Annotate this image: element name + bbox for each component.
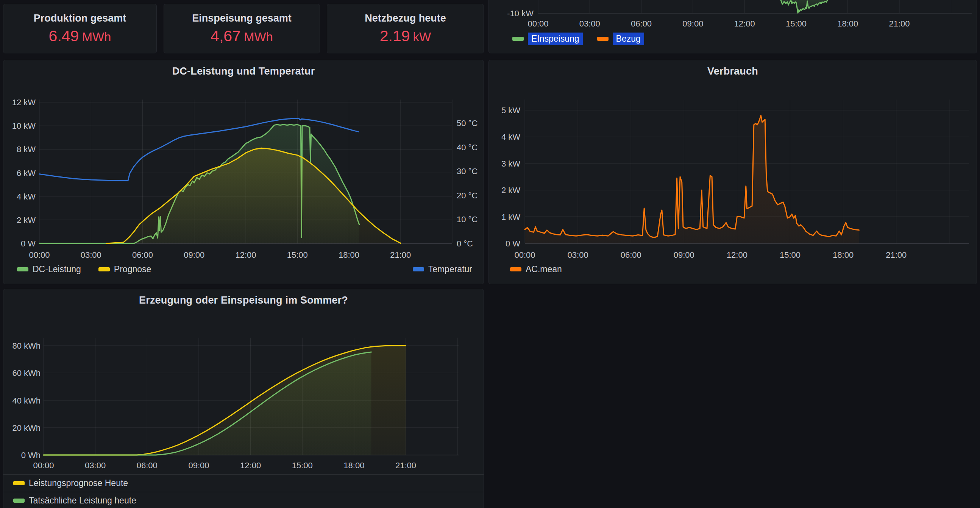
stat-unit: MWh — [82, 30, 111, 44]
series-line-ac-mean — [525, 116, 859, 237]
y-tick-label: 12 kW — [12, 98, 36, 107]
x-tick-label: 12:00 — [240, 461, 261, 470]
legend-label: AC.mean — [526, 264, 562, 275]
erzeugung-legend: Leistungsprognose HeuteTatsächliche Leis… — [3, 474, 484, 508]
y-tick-label-right: 40 °C — [457, 143, 477, 152]
x-tick-label: 18:00 — [833, 250, 854, 260]
x-tick-label: 09:00 — [184, 250, 204, 260]
panel-einspeisung-bezug: 00:0003:0006:0009:0012:0015:0018:0021:00… — [488, 0, 977, 53]
x-tick-label: 18:00 — [837, 19, 858, 29]
panel-dc-leistung-temperatur: DC-Leistung und Temperatur 00:0003:0006:… — [3, 60, 484, 284]
legend-item-prognose[interactable]: Prognose — [99, 264, 151, 275]
legend-label: Temperatur — [428, 264, 472, 275]
stat-panel-einspeisung-gesamt: Einspeisung gesamt 4,67MWh — [164, 4, 320, 53]
legend-label: Tatsächliche Leistung heute — [29, 495, 136, 506]
legend-item-ac-mean[interactable]: AC.mean — [510, 264, 562, 275]
x-tick-label: 06:00 — [137, 461, 158, 470]
y-tick-label-right: 20 °C — [457, 191, 477, 200]
x-tick-label: 03:00 — [568, 250, 589, 260]
grafana-dashboard: Produktion gesamt 6.49MWh Einspeisung ge… — [0, 0, 980, 508]
legend-swatch — [597, 37, 609, 41]
legend-swatch — [13, 481, 25, 485]
x-tick-label: 09:00 — [674, 250, 694, 260]
legend-swatch — [512, 37, 524, 41]
x-tick-label: 15:00 — [292, 461, 313, 470]
x-tick-label: 12:00 — [727, 250, 748, 260]
stat-number: 2.19 — [380, 27, 410, 44]
stat-title: Produktion gesamt — [34, 13, 126, 24]
stat-unit: kW — [413, 30, 431, 44]
stat-title: Einspeisung gesamt — [192, 13, 291, 24]
y-tick-label: 20 kWh — [12, 423, 41, 433]
x-tick-label: 15:00 — [780, 250, 800, 260]
stat-title: Netzbezug heute — [365, 13, 446, 24]
legend-item-dc-leistung[interactable]: DC-Leistung — [17, 264, 81, 275]
y-tick-label: 4 kW — [17, 192, 36, 202]
x-tick-label: 12:00 — [235, 250, 256, 260]
y-tick-label: 5 kW — [501, 106, 520, 115]
legend-swatch — [99, 267, 110, 271]
x-tick-label: 18:00 — [339, 250, 360, 260]
x-tick-label: 06:00 — [132, 250, 153, 260]
x-tick-label: 00:00 — [514, 250, 535, 260]
legend-label: Bezug — [612, 33, 644, 45]
legend-label: EInspeisung — [528, 33, 583, 45]
y-tick-label: 0 W — [506, 239, 520, 248]
y-tick-label: 40 kWh — [12, 396, 41, 405]
y-tick-label: 2 kW — [501, 186, 520, 195]
legend-item-temperatur[interactable]: Temperatur — [413, 264, 472, 275]
erzeugung-chart[interactable]: 00:0003:0006:0009:0012:0015:0018:0021:00… — [3, 289, 484, 473]
legend-swatch — [510, 267, 522, 271]
stat-panel-produktion-gesamt: Produktion gesamt 6.49MWh — [3, 4, 157, 53]
y-tick-label: 8 kW — [17, 144, 36, 154]
y-tick-label: 6 kW — [17, 168, 36, 178]
x-tick-label: 15:00 — [287, 250, 308, 260]
series-fill-ac-mean — [525, 116, 859, 243]
legend-item-einspeisung[interactable]: EInspeisung — [512, 33, 583, 45]
dc-leistung-legend: DC-LeistungPrognoseTemperatur — [17, 264, 472, 275]
x-tick-label: 12:00 — [734, 19, 755, 29]
panel-verbrauch: Verbrauch 00:0003:0006:0009:0012:0015:00… — [488, 60, 977, 284]
x-tick-label: 03:00 — [85, 461, 106, 470]
stat-number: 6.49 — [49, 27, 79, 44]
legend-swatch — [17, 267, 29, 271]
x-tick-label: 06:00 — [620, 250, 641, 260]
legend-swatch — [13, 498, 25, 503]
x-tick-label: 21:00 — [395, 461, 416, 470]
verbrauch-chart[interactable]: 00:0003:0006:0009:0012:0015:0018:0021:00… — [489, 60, 977, 265]
x-tick-label: 00:00 — [33, 461, 54, 470]
x-tick-label: 03:00 — [81, 250, 102, 260]
legend-swatch — [413, 267, 424, 271]
x-tick-label: 03:00 — [579, 19, 600, 29]
x-tick-label: 06:00 — [631, 19, 652, 29]
y-tick-label-right: 0 °C — [457, 239, 473, 248]
x-tick-label: 00:00 — [528, 19, 548, 29]
legend-label: DC-Leistung — [33, 264, 81, 275]
y-tick-label: 1 kW — [501, 212, 520, 222]
stat-number: 4,67 — [210, 27, 241, 44]
dc-leistung-chart[interactable]: 00:0003:0006:0009:0012:0015:0018:0021:00… — [3, 60, 484, 265]
y-tick-label: 60 kWh — [12, 368, 41, 378]
einspeisung-bezug-legend: EInspeisungBezug — [512, 33, 644, 45]
legend-item-tats-chliche-leistung-heute[interactable]: Tatsächliche Leistung heute — [3, 492, 484, 508]
stat-value: 6.49MWh — [49, 29, 111, 44]
y-tick-label: 0 Wh — [21, 451, 41, 460]
x-tick-label: 21:00 — [886, 250, 907, 260]
x-tick-label: 00:00 — [29, 250, 49, 260]
legend-item-bezug[interactable]: Bezug — [597, 33, 644, 45]
y-tick-label-right: 30 °C — [457, 167, 477, 176]
x-tick-label: 09:00 — [682, 19, 703, 29]
x-tick-label: 09:00 — [188, 461, 209, 470]
y-tick-label: 2 kW — [17, 215, 36, 225]
y-tick-label-right: 10 °C — [457, 214, 477, 224]
x-tick-label: 15:00 — [786, 19, 807, 29]
legend-item-leistungsprognose-heute[interactable]: Leistungsprognose Heute — [3, 474, 484, 492]
y-tick-label: 4 kW — [501, 132, 520, 141]
x-tick-label: 21:00 — [889, 19, 910, 29]
y-tick-label: 80 kWh — [12, 341, 41, 351]
series-fill-prognose — [107, 148, 401, 243]
panel-erzeugung-einspeisung: Erzeugung oder Einspeisung im Sommer? 00… — [3, 289, 484, 508]
y-tick-label: 3 kW — [501, 159, 520, 168]
x-tick-label: 21:00 — [390, 250, 411, 260]
stat-value: 2.19kW — [380, 29, 431, 44]
